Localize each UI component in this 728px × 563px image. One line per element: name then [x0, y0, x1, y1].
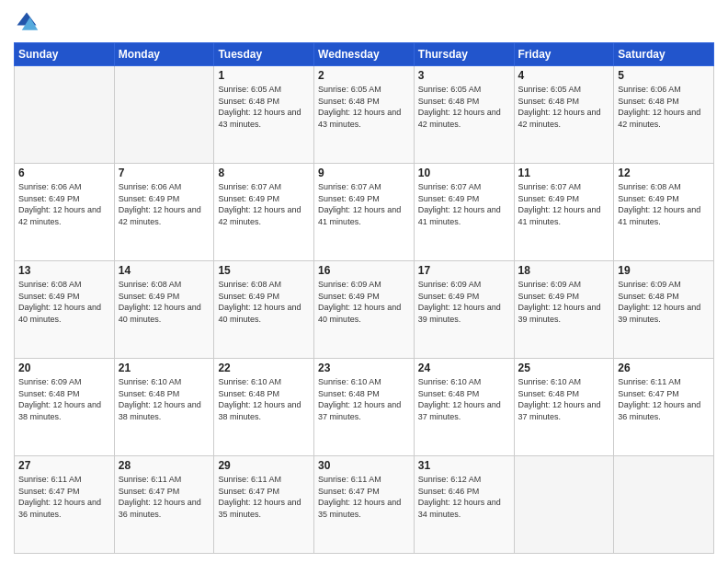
- day-info: Sunrise: 6:06 AM Sunset: 6:49 PM Dayligh…: [119, 181, 210, 227]
- calendar-day-header: Thursday: [414, 43, 514, 66]
- table-row: 11Sunrise: 6:07 AM Sunset: 6:49 PM Dayli…: [514, 164, 614, 261]
- day-number: 3: [418, 69, 510, 82]
- day-number: 17: [418, 264, 510, 277]
- day-info: Sunrise: 6:05 AM Sunset: 6:48 PM Dayligh…: [518, 84, 610, 130]
- day-info: Sunrise: 6:10 AM Sunset: 6:48 PM Dayligh…: [318, 376, 410, 422]
- day-number: 11: [518, 167, 610, 179]
- table-row: 31Sunrise: 6:12 AM Sunset: 6:46 PM Dayli…: [414, 456, 514, 554]
- table-row: 3Sunrise: 6:05 AM Sunset: 6:48 PM Daylig…: [414, 66, 514, 164]
- day-info: Sunrise: 6:07 AM Sunset: 6:49 PM Dayligh…: [318, 181, 410, 227]
- day-info: Sunrise: 6:09 AM Sunset: 6:49 PM Dayligh…: [318, 279, 410, 325]
- table-row: 7Sunrise: 6:06 AM Sunset: 6:49 PM Daylig…: [114, 164, 214, 261]
- table-row: 17Sunrise: 6:09 AM Sunset: 6:49 PM Dayli…: [414, 261, 514, 359]
- calendar-day-header: Monday: [114, 43, 214, 66]
- table-row: 9Sunrise: 6:07 AM Sunset: 6:49 PM Daylig…: [314, 164, 415, 261]
- table-row: [15, 66, 115, 164]
- table-row: 5Sunrise: 6:06 AM Sunset: 6:48 PM Daylig…: [614, 66, 714, 164]
- logo: [14, 9, 43, 35]
- table-row: 30Sunrise: 6:11 AM Sunset: 6:47 PM Dayli…: [314, 456, 415, 554]
- table-row: 23Sunrise: 6:10 AM Sunset: 6:48 PM Dayli…: [314, 359, 415, 456]
- day-info: Sunrise: 6:05 AM Sunset: 6:48 PM Dayligh…: [418, 84, 510, 130]
- table-row: 21Sunrise: 6:10 AM Sunset: 6:48 PM Dayli…: [114, 359, 214, 456]
- day-info: Sunrise: 6:05 AM Sunset: 6:48 PM Dayligh…: [318, 84, 410, 130]
- day-info: Sunrise: 6:05 AM Sunset: 6:48 PM Dayligh…: [218, 84, 310, 130]
- calendar-day-header: Wednesday: [314, 43, 415, 66]
- calendar-day-header: Friday: [514, 43, 614, 66]
- day-info: Sunrise: 6:09 AM Sunset: 6:48 PM Dayligh…: [18, 376, 110, 422]
- table-row: [514, 456, 614, 554]
- day-info: Sunrise: 6:08 AM Sunset: 6:49 PM Dayligh…: [18, 279, 110, 325]
- table-row: 22Sunrise: 6:10 AM Sunset: 6:48 PM Dayli…: [214, 359, 314, 456]
- table-row: 15Sunrise: 6:08 AM Sunset: 6:49 PM Dayli…: [214, 261, 314, 359]
- table-row: 25Sunrise: 6:10 AM Sunset: 6:48 PM Dayli…: [514, 359, 614, 456]
- table-row: 6Sunrise: 6:06 AM Sunset: 6:49 PM Daylig…: [15, 164, 115, 261]
- day-number: 23: [318, 362, 410, 374]
- calendar-week-row: 1Sunrise: 6:05 AM Sunset: 6:48 PM Daylig…: [15, 66, 714, 164]
- day-info: Sunrise: 6:07 AM Sunset: 6:49 PM Dayligh…: [218, 181, 310, 227]
- day-info: Sunrise: 6:06 AM Sunset: 6:48 PM Dayligh…: [618, 84, 710, 130]
- day-number: 21: [119, 362, 210, 374]
- day-number: 30: [318, 459, 410, 472]
- day-info: Sunrise: 6:11 AM Sunset: 6:47 PM Dayligh…: [618, 376, 710, 422]
- table-row: 28Sunrise: 6:11 AM Sunset: 6:47 PM Dayli…: [114, 456, 214, 554]
- table-row: 18Sunrise: 6:09 AM Sunset: 6:49 PM Dayli…: [514, 261, 614, 359]
- day-info: Sunrise: 6:10 AM Sunset: 6:48 PM Dayligh…: [218, 376, 310, 422]
- day-number: 14: [119, 264, 210, 277]
- calendar-day-header: Tuesday: [214, 43, 314, 66]
- table-row: 29Sunrise: 6:11 AM Sunset: 6:47 PM Dayli…: [214, 456, 314, 554]
- table-row: 16Sunrise: 6:09 AM Sunset: 6:49 PM Dayli…: [314, 261, 415, 359]
- day-number: 7: [119, 167, 210, 179]
- logo-icon: [14, 9, 40, 35]
- day-number: 16: [318, 264, 410, 277]
- day-info: Sunrise: 6:07 AM Sunset: 6:49 PM Dayligh…: [518, 181, 610, 227]
- day-info: Sunrise: 6:09 AM Sunset: 6:49 PM Dayligh…: [418, 279, 510, 325]
- day-info: Sunrise: 6:06 AM Sunset: 6:49 PM Dayligh…: [18, 181, 110, 227]
- calendar-week-row: 27Sunrise: 6:11 AM Sunset: 6:47 PM Dayli…: [15, 456, 714, 554]
- table-row: 2Sunrise: 6:05 AM Sunset: 6:48 PM Daylig…: [314, 66, 415, 164]
- day-number: 1: [218, 69, 310, 82]
- day-info: Sunrise: 6:09 AM Sunset: 6:48 PM Dayligh…: [618, 279, 710, 325]
- day-number: 2: [318, 69, 410, 82]
- day-number: 28: [119, 459, 210, 472]
- table-row: 8Sunrise: 6:07 AM Sunset: 6:49 PM Daylig…: [214, 164, 314, 261]
- day-info: Sunrise: 6:12 AM Sunset: 6:46 PM Dayligh…: [418, 474, 510, 520]
- day-info: Sunrise: 6:11 AM Sunset: 6:47 PM Dayligh…: [318, 474, 410, 520]
- table-row: 4Sunrise: 6:05 AM Sunset: 6:48 PM Daylig…: [514, 66, 614, 164]
- table-row: 24Sunrise: 6:10 AM Sunset: 6:48 PM Dayli…: [414, 359, 514, 456]
- day-number: 4: [518, 69, 610, 82]
- day-number: 19: [618, 264, 710, 277]
- day-number: 22: [218, 362, 310, 374]
- table-row: 19Sunrise: 6:09 AM Sunset: 6:48 PM Dayli…: [614, 261, 714, 359]
- day-number: 12: [618, 167, 710, 179]
- day-number: 13: [18, 264, 110, 277]
- table-row: [114, 66, 214, 164]
- table-row: [614, 456, 714, 554]
- day-info: Sunrise: 6:10 AM Sunset: 6:48 PM Dayligh…: [518, 376, 610, 422]
- day-info: Sunrise: 6:08 AM Sunset: 6:49 PM Dayligh…: [618, 181, 710, 227]
- table-row: 12Sunrise: 6:08 AM Sunset: 6:49 PM Dayli…: [614, 164, 714, 261]
- day-info: Sunrise: 6:10 AM Sunset: 6:48 PM Dayligh…: [119, 376, 210, 422]
- calendar-week-row: 20Sunrise: 6:09 AM Sunset: 6:48 PM Dayli…: [15, 359, 714, 456]
- day-number: 6: [18, 167, 110, 179]
- day-info: Sunrise: 6:09 AM Sunset: 6:49 PM Dayligh…: [518, 279, 610, 325]
- table-row: 10Sunrise: 6:07 AM Sunset: 6:49 PM Dayli…: [414, 164, 514, 261]
- header: [14, 9, 714, 35]
- table-row: 26Sunrise: 6:11 AM Sunset: 6:47 PM Dayli…: [614, 359, 714, 456]
- day-number: 9: [318, 167, 410, 179]
- calendar-week-row: 6Sunrise: 6:06 AM Sunset: 6:49 PM Daylig…: [15, 164, 714, 261]
- day-info: Sunrise: 6:11 AM Sunset: 6:47 PM Dayligh…: [18, 474, 110, 520]
- calendar-day-header: Saturday: [614, 43, 714, 66]
- table-row: 13Sunrise: 6:08 AM Sunset: 6:49 PM Dayli…: [15, 261, 115, 359]
- day-info: Sunrise: 6:10 AM Sunset: 6:48 PM Dayligh…: [418, 376, 510, 422]
- day-number: 18: [518, 264, 610, 277]
- table-row: 20Sunrise: 6:09 AM Sunset: 6:48 PM Dayli…: [15, 359, 115, 456]
- day-number: 20: [18, 362, 110, 374]
- day-number: 27: [18, 459, 110, 472]
- table-row: 14Sunrise: 6:08 AM Sunset: 6:49 PM Dayli…: [114, 261, 214, 359]
- day-info: Sunrise: 6:08 AM Sunset: 6:49 PM Dayligh…: [119, 279, 210, 325]
- day-number: 5: [618, 69, 710, 82]
- day-info: Sunrise: 6:11 AM Sunset: 6:47 PM Dayligh…: [218, 474, 310, 520]
- day-number: 26: [618, 362, 710, 374]
- day-number: 10: [418, 167, 510, 179]
- day-number: 24: [418, 362, 510, 374]
